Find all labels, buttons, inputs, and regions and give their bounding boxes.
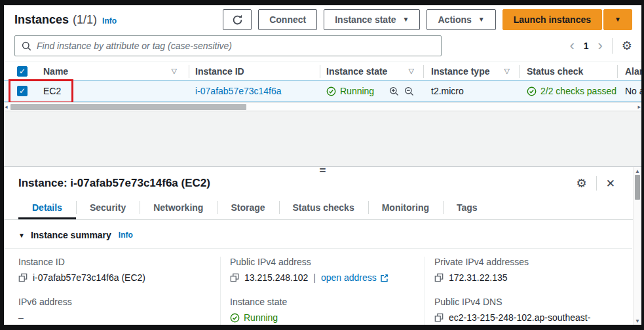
tab-monitoring[interactable]: Monitoring <box>368 197 443 219</box>
copy-icon[interactable] <box>18 273 28 282</box>
horizontal-scrollbar-thumb[interactable] <box>10 104 246 110</box>
tab-details[interactable]: Details <box>18 197 76 219</box>
divider <box>320 65 320 78</box>
status-ok-icon <box>230 313 240 323</box>
row-checkbox[interactable]: ✓ <box>17 86 28 96</box>
instances-toolbar: Instances (1/1) Info Connect Instance st… <box>14 9 632 31</box>
tab-networking[interactable]: Networking <box>140 197 217 219</box>
tab-storage[interactable]: Storage <box>217 197 278 219</box>
instance-name: EC2 <box>43 86 61 96</box>
column-label-alarm-status: Alar <box>625 66 641 77</box>
row-cell-name: EC2 <box>38 81 189 101</box>
tab-label: Networking <box>153 202 203 213</box>
tab-tags[interactable]: Tags <box>443 197 491 219</box>
info-link[interactable]: Info <box>102 16 117 26</box>
header-cell-instance-state[interactable]: Instance state ▽ <box>320 62 423 80</box>
field-public-dns: Public IPv4 DNS ec2-13-215-248-102.ap-so… <box>434 297 632 323</box>
page-number[interactable]: 1 <box>584 41 589 51</box>
field-label: Instance ID <box>18 257 220 267</box>
close-icon[interactable]: ✕ <box>606 178 615 189</box>
column-label-instance-id: Instance ID <box>195 66 244 77</box>
launch-instances-label: Launch instances <box>514 14 591 25</box>
summary-column-2: Public IPv4 address 13.215.248.102 | ope… <box>220 257 425 325</box>
connect-button[interactable]: Connect <box>258 9 317 30</box>
horizontal-scrollbar[interactable]: ◂ ▸ <box>4 102 641 111</box>
table-header: ✓ Name ▽ Instance ID Instance state ▽ In… <box>4 62 641 80</box>
column-label-name: Name <box>43 66 68 77</box>
select-all-checkbox[interactable]: ✓ <box>17 66 28 77</box>
external-link-icon <box>380 274 388 282</box>
instance-summary-title: Instance summary <box>31 230 111 240</box>
copy-icon[interactable] <box>230 273 239 282</box>
status-ok-icon <box>527 86 537 96</box>
chevron-down-icon: ▼ <box>478 16 485 23</box>
page-title: Instances <box>14 13 69 27</box>
instance-id-link[interactable]: i-07afab57e73c14f6a <box>195 86 282 96</box>
search-box <box>14 35 442 56</box>
zoom-in-icon[interactable] <box>389 86 399 96</box>
tab-status-checks[interactable]: Status checks <box>279 197 368 219</box>
header-cell-select: ✓ <box>4 62 38 80</box>
divider <box>612 38 613 54</box>
panel-header-icons: ⚙ ✕ <box>577 176 615 191</box>
pagination: ‹ 1 › ⚙ <box>569 38 632 54</box>
open-address-link[interactable]: open address <box>321 272 388 283</box>
header-cell-instance-type[interactable]: Instance type ▽ <box>423 62 519 80</box>
vertical-scrollbar[interactable]: ▲ ▼ <box>633 167 641 325</box>
instance-state-dropdown[interactable]: Instance state ▼ <box>324 9 420 30</box>
header-cell-instance-id: Instance ID <box>189 62 320 80</box>
tab-label: Storage <box>231 202 265 213</box>
background-gap <box>4 111 641 166</box>
table-row[interactable]: ✓ EC2 i-07afab57e73c14f6a Running t2.mic… <box>4 80 641 102</box>
panel-header: Instance: i-07afab57e73c14f6a (EC2) ⚙ ✕ <box>18 176 615 191</box>
sort-icon: ▽ <box>504 67 510 75</box>
instance-summary-header[interactable]: ▼ Instance summary Info <box>18 230 641 240</box>
field-label: IPv6 address <box>18 297 220 307</box>
toolbar-buttons: Connect Instance state ▼ Actions ▼ Launc… <box>223 9 632 30</box>
collapse-arrow-icon[interactable]: ▼ <box>18 232 25 239</box>
summary-info-link[interactable]: Info <box>119 230 133 240</box>
public-dns-value: ec2-13-215-248-102.ap-southeast- <box>449 312 590 323</box>
separator: | <box>313 272 316 283</box>
column-label-instance-state: Instance state <box>326 66 387 77</box>
vertical-scrollbar-thumb[interactable] <box>635 175 640 200</box>
scroll-down-arrow-icon[interactable]: ▼ <box>635 318 640 324</box>
tab-security[interactable]: Security <box>76 197 140 219</box>
tab-label: Security <box>90 202 126 213</box>
actions-dropdown[interactable]: Actions ▼ <box>426 9 495 30</box>
sort-icon: ▽ <box>172 67 177 75</box>
divider <box>617 65 618 78</box>
header-cell-name[interactable]: Name ▽ <box>38 62 189 80</box>
launch-instances-button[interactable]: Launch instances <box>502 9 602 30</box>
zoom-out-icon[interactable] <box>404 86 414 96</box>
divider <box>423 65 424 78</box>
prev-page-button[interactable]: ‹ <box>569 39 574 52</box>
instance-state-summary: Running <box>230 312 278 323</box>
alarm-status-value: No a <box>625 86 641 96</box>
panel-settings-gear-icon[interactable]: ⚙ <box>577 177 587 189</box>
search-row: ‹ 1 › ⚙ <box>14 35 632 56</box>
panel-drag-handle[interactable]: = <box>320 166 326 177</box>
launch-instances-split-button: Launch instances ▼ <box>502 9 632 30</box>
search-input[interactable] <box>37 41 434 51</box>
row-cell-alarm-status: No a <box>617 81 641 101</box>
row-cell-status-check: 2/2 checks passed <box>519 81 617 101</box>
status-ok-icon <box>326 86 336 96</box>
field-instance-state: Instance state Running <box>230 297 425 323</box>
ipv6-address-value: – <box>18 312 220 323</box>
instance-count: (1/1) <box>73 13 97 27</box>
scroll-left-arrow-icon[interactable]: ◂ <box>5 103 8 110</box>
scroll-up-arrow-icon[interactable]: ▲ <box>635 168 640 174</box>
copy-icon[interactable] <box>434 273 444 282</box>
summary-column-1: Instance ID i-07afab57e73c14f6a (EC2) IP… <box>4 257 220 325</box>
refresh-button[interactable] <box>223 9 252 30</box>
instance-summary-grid: Instance ID i-07afab57e73c14f6a (EC2) IP… <box>4 248 632 325</box>
next-page-button[interactable]: › <box>598 39 603 52</box>
launch-instances-dropdown[interactable]: ▼ <box>603 9 632 30</box>
instance-type-value: t2.micro <box>431 86 464 96</box>
table-settings-gear-icon[interactable]: ⚙ <box>622 40 632 52</box>
scroll-right-arrow-icon[interactable]: ▸ <box>637 103 641 110</box>
copy-icon[interactable] <box>434 313 444 322</box>
row-cell-instance-id: i-07afab57e73c14f6a <box>189 81 320 101</box>
row-cell-select: ✓ <box>4 81 38 101</box>
